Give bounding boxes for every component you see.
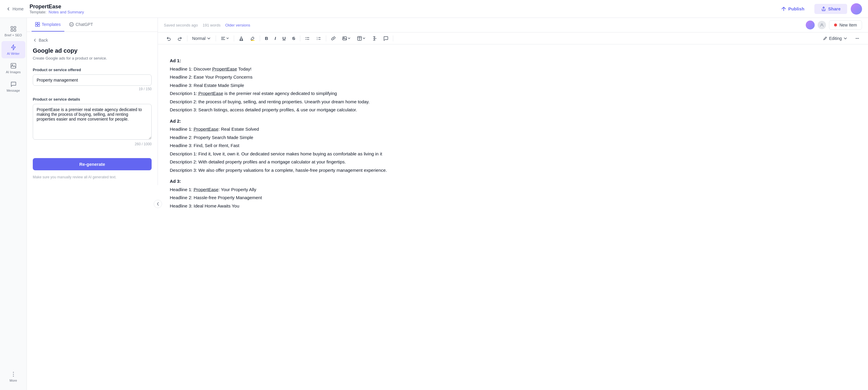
svg-point-34 xyxy=(857,38,858,39)
italic-button[interactable]: I xyxy=(272,34,278,42)
toolbar-divider-5 xyxy=(300,35,300,41)
strikethrough-button[interactable]: S xyxy=(290,34,298,42)
svg-point-5 xyxy=(12,64,13,65)
sidebar-item-brief-seo[interactable]: Brief + SEO xyxy=(1,23,25,40)
bold-button[interactable]: B xyxy=(262,34,271,42)
share-button[interactable]: Share xyxy=(814,4,847,14)
details-label: Product or service details xyxy=(33,97,152,101)
content-line: Headline 1: PropertEase: Real Estate Sol… xyxy=(170,125,856,133)
svg-rect-17 xyxy=(240,40,243,41)
numbered-list-button[interactable]: 1. 2. xyxy=(314,35,323,42)
collapse-icon xyxy=(156,202,160,206)
svg-point-33 xyxy=(856,38,857,39)
sidebar-item-message[interactable]: Message xyxy=(1,78,25,95)
publish-button[interactable]: Publish xyxy=(774,4,811,14)
share-avatar xyxy=(818,21,826,29)
link-button[interactable] xyxy=(329,35,338,42)
svg-point-6 xyxy=(13,372,14,373)
text-color-icon xyxy=(239,36,244,41)
link-icon xyxy=(331,36,336,41)
text-color-button[interactable] xyxy=(237,35,246,42)
editor-topbar: Saved seconds ago 191 words Older versio… xyxy=(158,18,868,32)
chat-icon xyxy=(10,81,17,88)
sidebar-item-ai-writer[interactable]: AI Writer xyxy=(1,41,25,58)
new-item-button[interactable]: New Item xyxy=(829,20,862,30)
content-line: Headline 3: Find, Sell or Rent, Fast xyxy=(170,142,856,150)
redo-button[interactable] xyxy=(175,35,185,42)
sidebar-item-more[interactable]: More xyxy=(1,368,25,385)
top-nav: Home PropertEase Template: Notes and Sum… xyxy=(0,0,868,18)
lightning-icon xyxy=(10,44,17,51)
table-button[interactable] xyxy=(355,35,368,42)
template-line: Template: Notes and Summary xyxy=(30,10,774,14)
template-link[interactable]: Notes and Summary xyxy=(49,10,84,14)
content-line: Ad 2: xyxy=(170,117,856,125)
align-button[interactable] xyxy=(218,35,231,42)
toolbar-divider-1 xyxy=(187,35,187,41)
sidebar-label-ai-images: AI Images xyxy=(6,70,21,74)
formula-button[interactable] xyxy=(370,35,379,42)
content-line: Headline 2: Hassle-free Property Managem… xyxy=(170,194,856,201)
tab-templates[interactable]: Templates xyxy=(32,18,64,32)
panel-sidebar: Templates ChatGPT xyxy=(27,18,158,185)
text-style-select[interactable]: Normal xyxy=(190,35,213,42)
bullet-list-button[interactable] xyxy=(303,35,312,42)
older-versions-link[interactable]: Older versions xyxy=(225,23,250,27)
panel-wrapper: Templates ChatGPT xyxy=(27,18,158,390)
content-line: Description 1: Find it, love it, own it.… xyxy=(170,150,856,158)
pencil-icon xyxy=(823,36,827,40)
editor-content[interactable]: Ad 1: Headline 1: Discover PropertEase T… xyxy=(158,44,868,390)
align-icon xyxy=(221,36,225,41)
strikethrough-icon: S xyxy=(292,36,295,41)
toolbar-divider-3 xyxy=(234,35,234,41)
sidebar-label-brief-seo: Brief + SEO xyxy=(4,33,22,37)
editing-mode-select[interactable]: Editing xyxy=(819,35,851,42)
nav-right: Publish Share xyxy=(774,3,862,14)
word-count: 191 words xyxy=(203,23,220,27)
main-layout: Brief + SEO AI Writer AI Images Message xyxy=(0,18,868,390)
svg-rect-0 xyxy=(11,27,12,28)
content-line: Ad 3: xyxy=(170,177,856,185)
product-input[interactable] xyxy=(33,74,152,86)
svg-point-8 xyxy=(13,376,14,377)
more-options-button[interactable] xyxy=(852,35,862,42)
tab-templates-label: Templates xyxy=(42,22,61,27)
highlight-button[interactable] xyxy=(248,35,257,42)
back-button[interactable]: Back xyxy=(33,38,152,42)
chevron-down-icon xyxy=(207,36,211,40)
details-textarea[interactable] xyxy=(33,104,152,140)
toolbar-divider-4 xyxy=(260,35,260,41)
user-avatar[interactable] xyxy=(851,3,862,14)
share-icon xyxy=(821,6,826,11)
save-status: Saved seconds ago xyxy=(164,23,198,27)
numbered-list-icon: 1. 2. xyxy=(316,36,321,41)
comment-button[interactable] xyxy=(381,35,391,42)
content-line: Headline 3: Real Estate Made Simple xyxy=(170,82,856,89)
home-button[interactable]: Home xyxy=(6,6,24,11)
undo-button[interactable] xyxy=(164,35,173,42)
more-horiz-icon xyxy=(855,36,860,41)
toolbar-divider-7 xyxy=(393,35,393,41)
undo-icon xyxy=(166,36,171,41)
content-line: Headline 2: Property Search Made Simple xyxy=(170,134,856,141)
image-insert-button[interactable] xyxy=(340,35,353,42)
table-chevron-icon xyxy=(363,37,366,40)
table-icon xyxy=(357,36,362,41)
editor-area: Saved seconds ago 191 words Older versio… xyxy=(158,18,868,390)
publish-icon xyxy=(781,6,786,11)
svg-point-15 xyxy=(72,24,72,24)
bullet-list-icon xyxy=(305,36,310,41)
regenerate-button[interactable]: Re-generate xyxy=(33,158,152,170)
sidebar-item-ai-images[interactable]: AI Images xyxy=(1,60,25,77)
content-line: Headline 2: Ease Your Property Concerns xyxy=(170,73,856,81)
sidebar-label-more: More xyxy=(9,379,17,382)
template-desc: Create Google ads for a product or servi… xyxy=(33,56,152,60)
underline-button[interactable]: U xyxy=(280,34,288,42)
toolbar-divider-2 xyxy=(216,35,216,41)
panel-content: Back Google ad copy Create Google ads fo… xyxy=(27,32,158,185)
tab-chatgpt[interactable]: ChatGPT xyxy=(65,18,96,32)
icon-sidebar: Brief + SEO AI Writer AI Images Message xyxy=(0,18,27,390)
collapse-panel-button[interactable] xyxy=(154,200,162,208)
content-line: Ad 1: xyxy=(170,57,856,65)
tab-chatgpt-label: ChatGPT xyxy=(76,22,93,27)
